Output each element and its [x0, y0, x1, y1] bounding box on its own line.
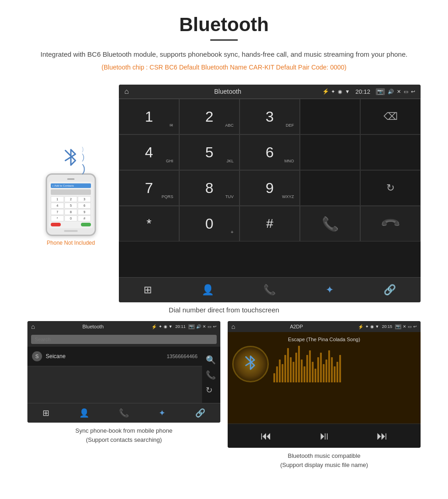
- dial-backspace[interactable]: ⌫: [360, 99, 421, 134]
- title-divider: [210, 39, 238, 41]
- viz-bar: [339, 355, 341, 382]
- nav-contacts-icon[interactable]: 👤: [202, 284, 214, 296]
- dial-refresh[interactable]: ↻: [360, 170, 421, 206]
- pb-nav-phone[interactable]: 📞: [119, 408, 129, 418]
- bt-status-icon: ✦: [331, 89, 335, 95]
- pb-search-input[interactable]: [31, 335, 217, 344]
- pb-x-icon: ✕: [203, 324, 206, 329]
- pb-content-area: S Seicane 13566664466 🔍 📞 ↻: [27, 347, 220, 403]
- viz-bar: [276, 366, 278, 382]
- home-icon[interactable]: ⌂: [124, 87, 129, 96]
- pb-home-icon[interactable]: ⌂: [31, 323, 35, 330]
- pb-search-side-icon[interactable]: 🔍: [206, 355, 217, 365]
- dial-key-9[interactable]: 9 WXYZ: [240, 170, 300, 206]
- pb-status-bar: ⌂ Bluetooth ⚡ ✦ ◉ ▼ 20:11 📷 🔊 ✕ ▭ ↩: [27, 321, 220, 332]
- status-icons: ✦ ◉ ▼ 20:12 📷 🔊 ✕ ▭ ↩: [331, 88, 415, 95]
- phone-not-included-label: Phone Not Included: [47, 240, 95, 246]
- phone-key-7: 7: [51, 209, 64, 215]
- dial-call-button[interactable]: 📞: [300, 206, 360, 241]
- description-text: Integrated with BC6 Bluetooth module, su…: [27, 49, 421, 60]
- call-red-icon: 📞: [379, 213, 401, 235]
- bottom-screens-row: ⌂ Bluetooth ⚡ ✦ ◉ ▼ 20:11 📷 🔊 ✕ ▭ ↩: [0, 321, 448, 478]
- nav-bluetooth-icon[interactable]: ✦: [325, 284, 334, 296]
- dial-empty-4: [300, 170, 360, 206]
- dial-key-1[interactable]: 1 ✉: [119, 99, 179, 134]
- viz-bar: [334, 366, 336, 382]
- dial-end-button[interactable]: 📞: [360, 206, 421, 241]
- pb-phone-side-icon[interactable]: 📞: [206, 370, 217, 380]
- phone-key-1: 1: [51, 196, 64, 202]
- music-wrapper: ⌂ A2DP ⚡ ✦ ◉ ▼ 20:15 📷 ✕ ▭ ↩ Escape (The…: [228, 321, 421, 469]
- viz-bar: [295, 353, 297, 382]
- viz-bar: [306, 355, 308, 382]
- main-screen-caption: Dial number direct from touchscreen: [0, 306, 448, 314]
- music-screen: ⌂ A2DP ⚡ ✦ ◉ ▼ 20:15 📷 ✕ ▭ ↩ Escape (The…: [228, 321, 421, 448]
- pb-nav-grid[interactable]: ⊞: [43, 408, 49, 418]
- phone-key-6: 6: [78, 203, 91, 209]
- viz-bar: [273, 373, 275, 382]
- dial-key-0[interactable]: 0 +: [179, 206, 240, 241]
- dial-key-hash[interactable]: #: [240, 206, 300, 241]
- music-sig-icon: ▼: [375, 324, 379, 329]
- music-content-area: Escape (The Pina Colada Song): [228, 332, 421, 424]
- dial-key-star[interactable]: *: [119, 206, 179, 241]
- pb-contact-item[interactable]: S Seicane 13566664466: [27, 347, 202, 366]
- phone-key-star: *: [51, 215, 64, 221]
- phone-key-5: 5: [64, 203, 78, 209]
- music-song-title: Escape (The Pina Colada Song): [232, 337, 416, 342]
- viz-bar: [287, 348, 289, 382]
- pb-cam-icon: 📷: [188, 324, 195, 329]
- title-section: Bluetooth Integrated with BC6 Bluetooth …: [0, 0, 448, 85]
- viz-bar: [317, 357, 319, 382]
- phone-screen-header: + Add to Contacts: [51, 183, 91, 188]
- dial-key-7[interactable]: 7 PQRS: [119, 170, 179, 206]
- orange-info-text: (Bluetooth chip : CSR BC6 Default Blueto…: [27, 64, 421, 71]
- phone-key-hash: #: [78, 215, 91, 221]
- pb-bt-icon: ✦: [159, 324, 162, 329]
- dial-key-5[interactable]: 5 JKL: [179, 134, 240, 170]
- nav-phone-icon[interactable]: 📞: [263, 284, 276, 296]
- dial-key-6[interactable]: 6 MNO: [240, 134, 300, 170]
- pb-nav-link[interactable]: 🔗: [195, 408, 205, 418]
- x-status-icon: ✕: [397, 89, 401, 95]
- music-home-icon[interactable]: ⌂: [231, 323, 235, 330]
- viz-bar: [309, 350, 311, 382]
- music-prev-button[interactable]: ⏮: [261, 429, 272, 442]
- nav-link-icon[interactable]: 🔗: [384, 284, 396, 296]
- music-screen-title: A2DP: [237, 324, 356, 329]
- dial-key-4[interactable]: 4 GHI: [119, 134, 179, 170]
- dial-empty-3: [360, 134, 421, 170]
- viz-bar: [328, 350, 330, 382]
- dial-key-8[interactable]: 8 TUV: [179, 170, 240, 206]
- pb-refresh-side-icon[interactable]: ↻: [206, 385, 217, 395]
- dial-empty-2: [300, 134, 360, 170]
- music-play-pause-button[interactable]: ⏯: [319, 429, 330, 442]
- pb-side-icons: 🔍 📞 ↻: [202, 347, 220, 403]
- dial-empty-1: [300, 99, 360, 134]
- pb-status-icons: ✦ ◉ ▼ 20:11 📷 🔊 ✕ ▭ ↩: [159, 324, 217, 329]
- dial-key-2[interactable]: 2 ABC: [179, 99, 240, 134]
- music-cam-icon: 📷: [395, 324, 401, 329]
- rect-status-icon: ▭: [404, 89, 408, 95]
- pb-loc-icon: ◉: [164, 324, 167, 329]
- pb-sig-icon: ▼: [169, 324, 173, 329]
- pb-time: 20:11: [175, 324, 186, 329]
- dial-key-3[interactable]: 3 DEF: [240, 99, 300, 134]
- pb-nav-person[interactable]: 👤: [79, 408, 89, 418]
- pb-contacts-list: S Seicane 13566664466: [27, 347, 202, 403]
- pb-bottom-nav: ⊞ 👤 📞 ✦ 🔗: [27, 403, 220, 423]
- pb-back-icon: ↩: [213, 324, 217, 329]
- usb-icon: ⚡: [322, 88, 329, 95]
- phone-home-button: [64, 230, 78, 232]
- bluetooth-signal-wrapper: ) ) ): [57, 141, 85, 173]
- pb-nav-bt[interactable]: ✦: [159, 408, 165, 418]
- pb-screen-title: Bluetooth: [37, 324, 149, 329]
- location-status-icon: ◉: [338, 89, 342, 95]
- time-display: 20:12: [355, 88, 370, 95]
- pb-usb-icon: ⚡: [151, 324, 157, 329]
- music-next-button[interactable]: ⏭: [377, 429, 388, 442]
- screen-title: Bluetooth: [133, 88, 322, 95]
- car-status-bar: ⌂ Bluetooth ⚡ ✦ ◉ ▼ 20:12 📷 🔊 ✕ ▭ ↩: [119, 85, 421, 98]
- nav-grid-icon[interactable]: ⊞: [144, 284, 152, 296]
- pb-search-area: [27, 332, 220, 347]
